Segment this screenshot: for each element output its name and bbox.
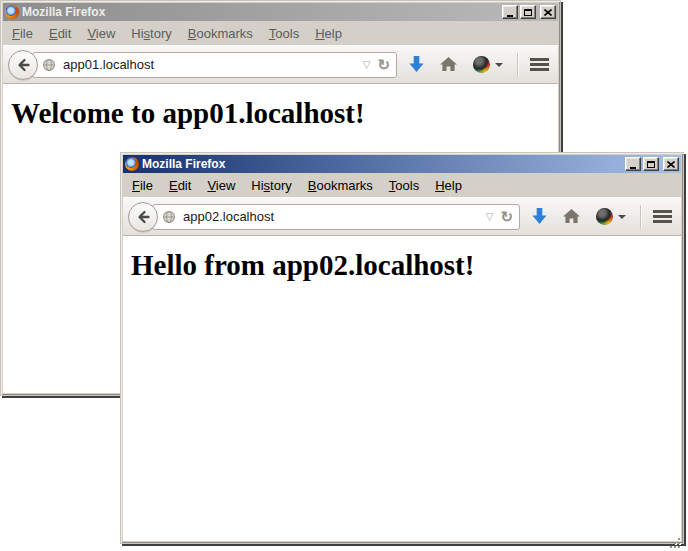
back-button[interactable] <box>8 50 38 80</box>
reload-icon[interactable]: ↻ <box>377 57 390 72</box>
downloads-button[interactable] <box>409 56 424 73</box>
extension-button[interactable] <box>596 208 626 225</box>
menu-bookmarks[interactable]: Bookmarks <box>180 25 261 42</box>
titlebar[interactable]: Mozilla Firefox <box>3 3 558 21</box>
firefox-logo-icon <box>125 157 139 171</box>
page-heading: Hello from app02.localhost! <box>131 249 673 282</box>
close-button[interactable] <box>540 5 556 19</box>
page-heading: Welcome to app01.localhost! <box>11 97 550 130</box>
menu-bar: File Edit View History Bookmarks Tools H… <box>3 22 558 45</box>
toolbar-separator <box>517 53 518 77</box>
menu-view[interactable]: View <box>79 25 123 42</box>
back-arrow-icon <box>15 57 31 73</box>
minimize-button[interactable] <box>502 5 518 19</box>
hamburger-icon <box>653 210 672 223</box>
home-icon <box>563 209 580 224</box>
menu-view[interactable]: View <box>199 177 243 194</box>
menu-tools[interactable]: Tools <box>261 25 307 42</box>
menu-bookmarks[interactable]: Bookmarks <box>300 177 381 194</box>
url-bar[interactable]: app02.localhost ▽ ↻ <box>152 204 520 230</box>
menu-file[interactable]: File <box>4 25 41 42</box>
home-button[interactable] <box>440 57 457 72</box>
reload-icon[interactable]: ↻ <box>500 209 513 224</box>
menu-edit[interactable]: Edit <box>161 177 199 194</box>
navigation-toolbar: app01.localhost ▽ ↻ <box>3 45 558 84</box>
url-text[interactable]: app02.localhost <box>183 209 479 224</box>
globe-icon <box>162 210 176 224</box>
menu-edit[interactable]: Edit <box>41 25 79 42</box>
menu-bar: File Edit View History Bookmarks Tools H… <box>123 174 681 197</box>
menu-help[interactable]: Help <box>307 25 350 42</box>
chevron-down-icon <box>618 215 626 219</box>
download-arrow-icon <box>532 208 547 225</box>
chevron-down-icon <box>495 63 503 67</box>
home-icon <box>440 57 457 72</box>
urlbar-dropdown-icon[interactable]: ▽ <box>486 212 494 222</box>
downloads-button[interactable] <box>532 208 547 225</box>
color-wheel-icon <box>596 208 613 225</box>
close-icon <box>667 161 675 168</box>
minimize-icon <box>630 167 636 169</box>
window-controls <box>502 5 556 19</box>
hamburger-icon <box>530 58 549 71</box>
download-arrow-icon <box>409 56 424 73</box>
back-arrow-icon <box>135 209 151 225</box>
window-title: Mozilla Firefox <box>142 157 622 171</box>
menu-panel-button[interactable] <box>530 58 549 71</box>
toolbar-separator <box>640 205 641 229</box>
home-button[interactable] <box>563 209 580 224</box>
firefox-window-app02: Mozilla Firefox File Edit View History B… <box>120 152 684 544</box>
menu-help[interactable]: Help <box>427 177 470 194</box>
maximize-button[interactable] <box>520 5 536 19</box>
minimize-icon <box>507 15 513 17</box>
maximize-icon <box>647 161 655 168</box>
minimize-button[interactable] <box>625 157 641 171</box>
firefox-logo-icon <box>5 5 19 19</box>
maximize-button[interactable] <box>643 157 659 171</box>
resize-grip[interactable] <box>678 538 680 540</box>
navigation-toolbar: app02.localhost ▽ ↻ <box>123 197 681 236</box>
color-wheel-icon <box>473 56 490 73</box>
window-controls <box>625 157 679 171</box>
back-button[interactable] <box>128 202 158 232</box>
close-button[interactable] <box>663 157 679 171</box>
titlebar[interactable]: Mozilla Firefox <box>123 155 681 173</box>
urlbar-dropdown-icon[interactable]: ▽ <box>363 60 371 70</box>
extension-button[interactable] <box>473 56 503 73</box>
menu-panel-button[interactable] <box>653 210 672 223</box>
page-content: Hello from app02.localhost! <box>123 236 681 541</box>
menu-tools[interactable]: Tools <box>381 177 427 194</box>
url-text[interactable]: app01.localhost <box>63 57 356 72</box>
menu-history[interactable]: History <box>243 177 299 194</box>
close-icon <box>544 9 552 16</box>
menu-file[interactable]: File <box>124 177 161 194</box>
window-title: Mozilla Firefox <box>22 5 499 19</box>
globe-icon <box>42 58 56 72</box>
url-bar[interactable]: app01.localhost ▽ ↻ <box>32 52 397 78</box>
maximize-icon <box>524 9 532 16</box>
menu-history[interactable]: History <box>123 25 179 42</box>
